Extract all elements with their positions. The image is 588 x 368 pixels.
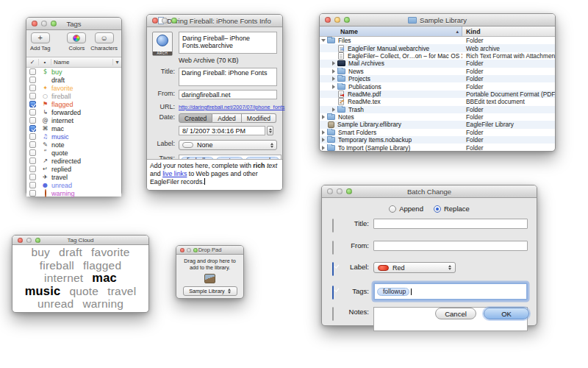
tag-row[interactable]: ♫music [26,132,121,141]
library-row[interactable]: Temporary Items.nobackupFolder [320,136,555,144]
library-row[interactable]: EagleFiler– Collect, Or…on – for Mac OS … [320,52,555,60]
tag-row[interactable]: ●unread [26,181,121,189]
tag-row[interactable]: ⌘mac [26,124,121,132]
tag-checkbox[interactable] [29,190,36,197]
tag-checkbox[interactable] [29,85,36,91]
cloud-word[interactable]: travel [107,285,136,297]
tag-checkbox[interactable] [29,166,36,172]
disclosure-triangle[interactable] [330,77,337,81]
minimize-button[interactable] [334,17,340,23]
name-column-header[interactable]: Name ▴ [320,26,462,36]
info-titlebar[interactable]: Daring Fireball: iPhone Fonts Info [147,15,282,27]
close-button[interactable] [325,17,331,23]
tag-row[interactable]: @internet [26,116,121,124]
disclosure-triangle[interactable] [330,69,337,74]
disclosure-triangle[interactable] [330,61,337,66]
segment-added[interactable]: Added [212,113,242,123]
tag-checkbox[interactable] [29,68,36,75]
library-row[interactable]: To Import (Sample Library)Folder [320,144,555,151]
segment-modified[interactable]: Modified [242,113,276,123]
tags-titlebar[interactable]: Tags [26,18,121,30]
url-link[interactable]: http://daringfireball.net/2007/07/iphone… [179,103,284,110]
zoom-button[interactable] [344,17,350,23]
radio-icon[interactable] [434,205,441,213]
library-row[interactable]: ReadMe.texBBEdit text document [320,98,555,105]
cloud-word[interactable]: favorite [91,246,129,258]
tag-row[interactable]: ↳forwarded [26,108,121,116]
tag-checkbox[interactable] [29,133,36,140]
tag-row[interactable]: “quote [26,149,121,157]
tag-row[interactable]: ✈travel [26,173,121,181]
symbol-column-header[interactable]: • [39,59,51,66]
cloud-word[interactable]: flagged [83,259,121,272]
cloud-word[interactable]: fireball [40,259,74,272]
ok-button[interactable]: OK [484,308,529,319]
column-menu-button[interactable]: ▾ [112,59,121,66]
title-field[interactable]: Daring Fireball: iPhone Fonts [179,68,277,86]
cloud-titlebar[interactable]: Tag Cloud [12,236,148,245]
date-stepper[interactable] [267,126,273,135]
cloud-word[interactable]: buy [31,246,50,258]
tag-checkbox[interactable] [29,158,36,164]
close-button[interactable] [180,248,184,252]
disclosure-triangle[interactable] [320,146,327,150]
close-button[interactable] [18,238,23,243]
title-field[interactable] [373,219,528,229]
colors-button[interactable]: Colors [67,32,86,52]
label-popup[interactable]: None [179,140,277,150]
tag-row[interactable]: warning [26,189,121,197]
tag-row[interactable]: ↵replied [26,165,121,173]
tag-checkbox[interactable] [29,182,36,188]
tag-checkbox[interactable] [29,141,36,148]
tag-row[interactable]: ↗redirected [26,157,121,165]
tag-checkbox[interactable] [29,174,36,180]
close-button[interactable] [152,18,158,24]
droppad-titlebar[interactable]: Drop Pad [176,246,243,255]
batch-titlebar[interactable]: Batch Change [322,185,537,198]
cloud-word[interactable]: mac [92,271,117,284]
tags-table-header[interactable]: ✓ • Name ▾ [26,57,121,68]
library-popup[interactable]: Sample Library [183,286,237,296]
notes-editor[interactable]: Add your notes here, complete with rich … [147,159,282,190]
minimize-button[interactable] [337,188,343,194]
library-row[interactable]: NewsFolder [320,68,555,75]
zoom-button[interactable] [51,21,57,26]
tag-row[interactable]: ⚑flagged [26,100,121,108]
cloud-word[interactable]: internet [44,272,83,284]
library-row[interactable]: FilesFolder [320,37,555,44]
zoom-button[interactable] [193,248,198,252]
replace-radio[interactable]: Replace [434,205,470,213]
cloud-word[interactable]: unread [37,297,74,310]
library-row[interactable]: ProjectsFolder [320,75,555,82]
radio-icon[interactable] [389,205,396,213]
library-row[interactable]: PublicationsFolder [320,82,555,90]
drop-zone[interactable]: Drag and drop here to add to the library… [176,255,243,296]
cloud-word[interactable]: warning [82,297,123,310]
label-checkbox[interactable] [332,262,334,276]
library-row[interactable]: NotesFolder [320,113,555,121]
tag-checkbox[interactable] [29,125,36,132]
minimize-button[interactable] [26,238,32,243]
tag-checkbox[interactable] [29,109,36,116]
close-button[interactable] [32,21,37,26]
zoom-button[interactable] [171,18,177,24]
tags-token-field[interactable]: followup [373,283,528,300]
disclosure-triangle[interactable] [320,115,327,119]
notes-checkbox[interactable] [332,307,334,321]
tag-row[interactable]: ○fireball [26,92,121,100]
library-row[interactable]: TrashFolder [320,106,555,113]
from-field[interactable]: daringfireball.net [179,90,277,99]
cancel-button[interactable]: Cancel [435,308,476,319]
minimize-button[interactable] [41,21,47,26]
from-checkbox[interactable] [332,241,334,255]
characters-button[interactable]: ☺ Characters [90,32,118,52]
disclosure-triangle[interactable] [320,39,327,42]
segment-created[interactable]: Created [179,113,212,123]
name-column-header[interactable]: Name [51,59,112,66]
zoom-button[interactable] [346,188,352,194]
add-tag-button[interactable]: + Add Tag [30,32,50,52]
check-column-header[interactable]: ✓ [26,59,39,66]
filename-field[interactable]: Daring Fireball– iPhone Fonts.webarchive [179,32,277,54]
library-row[interactable]: Mail ArchivesFolder [320,60,555,67]
tag-row[interactable]: draft [26,76,121,84]
